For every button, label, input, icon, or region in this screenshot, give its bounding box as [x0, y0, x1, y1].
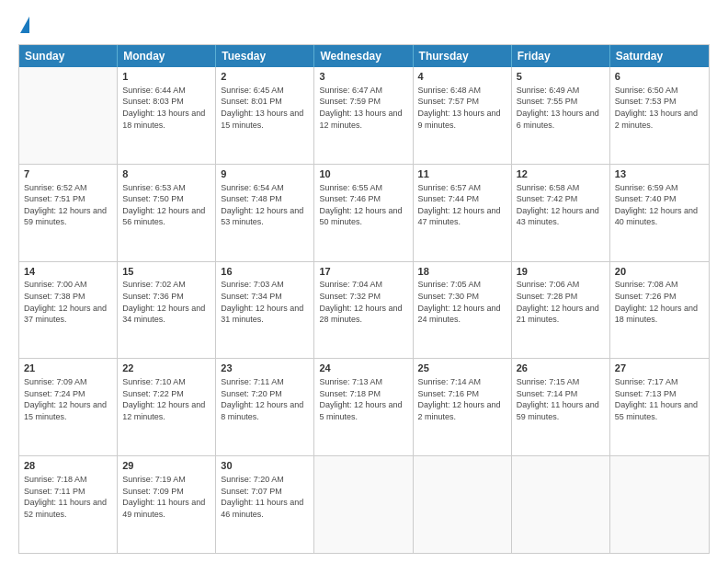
sunrise-text: Sunrise: 7:05 AM: [418, 280, 482, 289]
sunset-text: Sunset: 7:51 PM: [24, 194, 85, 203]
day-info: Sunrise: 6:45 AMSunset: 8:01 PMDaylight:…: [221, 85, 309, 131]
day-info: Sunrise: 6:53 AMSunset: 7:50 PMDaylight:…: [122, 182, 210, 228]
sunrise-text: Sunrise: 7:02 AM: [122, 280, 186, 289]
daylight-text: Daylight: 13 hours and 6 minutes.: [517, 109, 599, 130]
day-cell: 3Sunrise: 6:47 AMSunset: 7:59 PMDaylight…: [314, 67, 413, 164]
sunset-text: Sunset: 7:55 PM: [517, 97, 578, 106]
sunset-text: Sunset: 7:46 PM: [319, 194, 381, 203]
day-info: Sunrise: 7:08 AMSunset: 7:26 PMDaylight:…: [615, 279, 704, 325]
day-info: Sunrise: 7:20 AMSunset: 7:07 PMDaylight:…: [221, 474, 309, 520]
day-cell: 28Sunrise: 7:18 AMSunset: 7:11 PMDayligh…: [19, 456, 118, 553]
day-info: Sunrise: 7:03 AMSunset: 7:34 PMDaylight:…: [221, 279, 309, 325]
sunset-text: Sunset: 7:24 PM: [24, 389, 85, 398]
day-info: Sunrise: 7:06 AMSunset: 7:28 PMDaylight:…: [517, 279, 605, 325]
day-number: 6: [615, 70, 704, 84]
day-cell: 14Sunrise: 7:00 AMSunset: 7:38 PMDayligh…: [19, 262, 118, 359]
daylight-text: Daylight: 12 hours and 50 minutes.: [319, 206, 402, 227]
day-cell: 19Sunrise: 7:06 AMSunset: 7:28 PMDayligh…: [512, 262, 610, 359]
daylight-text: Daylight: 12 hours and 34 minutes.: [122, 304, 205, 325]
day-header: Friday: [512, 45, 610, 67]
day-info: Sunrise: 7:14 AMSunset: 7:16 PMDaylight:…: [418, 376, 506, 422]
sunrise-text: Sunrise: 7:15 AM: [517, 377, 580, 386]
sunset-text: Sunset: 7:40 PM: [615, 194, 677, 203]
sunrise-text: Sunrise: 6:54 AM: [221, 183, 284, 192]
sunrise-text: Sunrise: 7:17 AM: [615, 377, 678, 386]
daylight-text: Daylight: 12 hours and 59 minutes.: [24, 206, 107, 227]
sunset-text: Sunset: 7:32 PM: [319, 292, 381, 301]
page: SundayMondayTuesdayWednesdayThursdayFrid…: [0, 0, 728, 563]
day-cell: 24Sunrise: 7:13 AMSunset: 7:18 PMDayligh…: [314, 359, 413, 455]
sunset-text: Sunset: 8:01 PM: [221, 97, 282, 106]
daylight-text: Daylight: 12 hours and 21 minutes.: [517, 304, 599, 325]
day-number: 18: [418, 265, 506, 279]
sunrise-text: Sunrise: 6:52 AM: [24, 183, 87, 192]
day-info: Sunrise: 7:04 AMSunset: 7:32 PMDaylight:…: [319, 279, 407, 325]
day-info: Sunrise: 7:05 AMSunset: 7:30 PMDaylight:…: [418, 279, 506, 325]
day-cell: [512, 456, 610, 553]
day-number: 16: [221, 265, 309, 279]
sunset-text: Sunset: 7:11 PM: [24, 487, 85, 496]
sunset-text: Sunset: 7:48 PM: [221, 194, 282, 203]
calendar: SundayMondayTuesdayWednesdayThursdayFrid…: [18, 44, 710, 554]
day-cell: 6Sunrise: 6:50 AMSunset: 7:53 PMDaylight…: [610, 67, 709, 164]
day-cell: 13Sunrise: 6:59 AMSunset: 7:40 PMDayligh…: [610, 165, 709, 261]
day-info: Sunrise: 6:57 AMSunset: 7:44 PMDaylight:…: [418, 182, 506, 228]
day-number: 3: [319, 70, 407, 84]
day-number: 1: [122, 70, 210, 84]
daylight-text: Daylight: 12 hours and 18 minutes.: [615, 304, 698, 325]
day-info: Sunrise: 6:55 AMSunset: 7:46 PMDaylight:…: [319, 182, 407, 228]
day-number: 5: [517, 70, 605, 84]
sunset-text: Sunset: 7:50 PM: [122, 194, 184, 203]
day-number: 12: [517, 167, 605, 181]
day-cell: 23Sunrise: 7:11 AMSunset: 7:20 PMDayligh…: [216, 359, 314, 455]
sunrise-text: Sunrise: 6:45 AM: [221, 86, 284, 95]
sunset-text: Sunset: 7:57 PM: [418, 97, 480, 106]
day-info: Sunrise: 7:17 AMSunset: 7:13 PMDaylight:…: [615, 376, 704, 422]
day-cell: 1Sunrise: 6:44 AMSunset: 8:03 PMDaylight…: [118, 67, 216, 164]
sunrise-text: Sunrise: 7:03 AM: [221, 280, 284, 289]
week-row: 14Sunrise: 7:00 AMSunset: 7:38 PMDayligh…: [19, 261, 709, 359]
day-cell: 10Sunrise: 6:55 AMSunset: 7:46 PMDayligh…: [314, 165, 413, 261]
daylight-text: Daylight: 11 hours and 55 minutes.: [615, 400, 698, 421]
day-cell: 9Sunrise: 6:54 AMSunset: 7:48 PMDaylight…: [216, 165, 314, 261]
weeks: 1Sunrise: 6:44 AMSunset: 8:03 PMDaylight…: [19, 67, 709, 553]
day-info: Sunrise: 7:15 AMSunset: 7:14 PMDaylight:…: [517, 376, 605, 422]
day-number: 24: [319, 362, 407, 375]
day-number: 23: [221, 362, 309, 375]
day-cell: 26Sunrise: 7:15 AMSunset: 7:14 PMDayligh…: [512, 359, 610, 455]
daylight-text: Daylight: 13 hours and 2 minutes.: [615, 109, 698, 130]
day-info: Sunrise: 7:13 AMSunset: 7:18 PMDaylight:…: [319, 376, 407, 422]
sunrise-text: Sunrise: 7:10 AM: [122, 377, 186, 386]
day-number: 29: [122, 459, 210, 473]
sunrise-text: Sunrise: 7:11 AM: [221, 377, 284, 386]
daylight-text: Daylight: 12 hours and 56 minutes.: [122, 206, 205, 227]
day-info: Sunrise: 6:50 AMSunset: 7:53 PMDaylight:…: [615, 85, 704, 131]
sunset-text: Sunset: 7:22 PM: [122, 389, 184, 398]
sunrise-text: Sunrise: 7:09 AM: [24, 377, 87, 386]
day-info: Sunrise: 6:48 AMSunset: 7:57 PMDaylight:…: [418, 85, 506, 131]
logo-triangle-icon: [20, 17, 29, 33]
day-info: Sunrise: 7:02 AMSunset: 7:36 PMDaylight:…: [122, 279, 210, 325]
sunset-text: Sunset: 7:14 PM: [517, 389, 578, 398]
day-header: Thursday: [414, 45, 512, 67]
day-number: 7: [24, 167, 112, 181]
daylight-text: Daylight: 12 hours and 15 minutes.: [24, 400, 107, 421]
sunset-text: Sunset: 7:42 PM: [517, 194, 578, 203]
day-cell: 21Sunrise: 7:09 AMSunset: 7:24 PMDayligh…: [19, 359, 118, 455]
day-info: Sunrise: 7:18 AMSunset: 7:11 PMDaylight:…: [24, 474, 112, 520]
day-number: 11: [418, 167, 506, 181]
day-info: Sunrise: 7:09 AMSunset: 7:24 PMDaylight:…: [24, 376, 112, 422]
day-number: 4: [418, 70, 506, 84]
daylight-text: Daylight: 12 hours and 40 minutes.: [615, 206, 698, 227]
sunrise-text: Sunrise: 7:06 AM: [517, 280, 580, 289]
day-cell: 29Sunrise: 7:19 AMSunset: 7:09 PMDayligh…: [118, 456, 216, 553]
day-number: 21: [24, 362, 112, 375]
day-cell: 2Sunrise: 6:45 AMSunset: 8:01 PMDaylight…: [216, 67, 314, 164]
daylight-text: Daylight: 12 hours and 12 minutes.: [122, 400, 205, 421]
day-cell: [414, 456, 512, 553]
daylight-text: Daylight: 12 hours and 2 minutes.: [418, 400, 501, 421]
day-number: 20: [615, 265, 704, 279]
day-cell: 11Sunrise: 6:57 AMSunset: 7:44 PMDayligh…: [414, 165, 512, 261]
daylight-text: Daylight: 11 hours and 49 minutes.: [122, 498, 205, 519]
sunset-text: Sunset: 7:28 PM: [517, 292, 578, 301]
